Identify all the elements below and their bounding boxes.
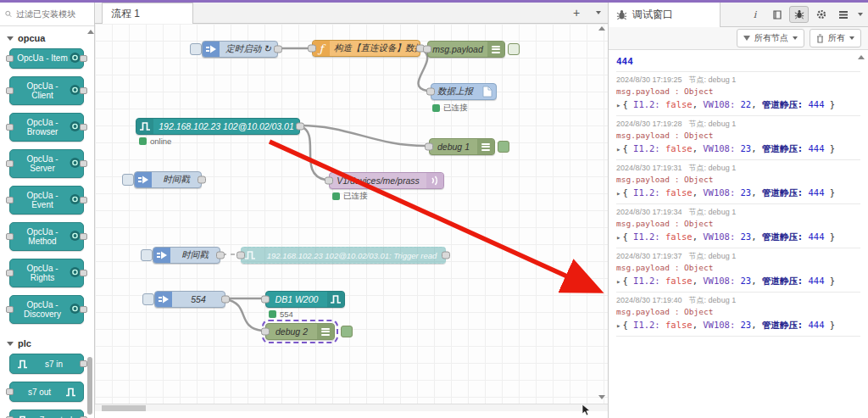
palette-node-opcua-rights[interactable]: OpcUa - Rights — [9, 259, 84, 287]
node-data-report[interactable]: 数据上报 — [431, 83, 497, 100]
scroll-up-icon[interactable] — [87, 30, 94, 34]
debug-message-payload[interactable]: ▸{ I1.2: false, VW108: 23, 管道静压: 444 } — [616, 319, 860, 332]
tab-debug-window[interactable]: 调试窗口 — [609, 3, 721, 27]
output-port[interactable] — [274, 46, 282, 53]
debug-scroll-up-icon[interactable] — [858, 55, 865, 59]
debug-tab-button[interactable] — [789, 6, 809, 23]
sidebar-more-chevron-icon[interactable] — [858, 13, 863, 16]
debug-message-payload[interactable]: ▸{ I1.2: false, VW108: 23, 管道静压: 444 } — [616, 187, 860, 200]
node-debug-2[interactable]: debug 2 — [265, 323, 335, 340]
inject-button[interactable] — [142, 293, 154, 305]
input-port[interactable] — [261, 296, 270, 304]
palette-node-opcua-event[interactable]: OpcUa - Event — [9, 186, 84, 215]
node-inject-timestamp-1[interactable]: 时间戳 — [134, 171, 202, 188]
config-nodes-tab-button[interactable] — [811, 6, 831, 23]
input-port[interactable] — [308, 45, 316, 53]
input-port[interactable] — [425, 143, 433, 151]
palette-section-opcua[interactable]: opcua — [0, 26, 94, 48]
palette-node-s7-control[interactable]: s7 control — [9, 410, 84, 418]
palette-node-label: s7 control — [31, 415, 76, 418]
palette-search-input[interactable] — [16, 9, 89, 19]
debug-message[interactable]: 2024/8/30 17:19:34节点: debug 1 msg.payloa… — [616, 204, 860, 248]
debug-message-payload[interactable]: ▸{ I1.2: false, VW108: 23, 管道静压: 444 } — [616, 275, 860, 288]
tab-flow-1[interactable]: 流程 1 — [102, 3, 193, 24]
palette-node-opcua-discovery[interactable]: OpcUa - Discovery — [9, 295, 84, 324]
palette-node-label: OpcUa - Server — [26, 154, 58, 173]
palette-node-opcua-server[interactable]: OpcUa - Server — [9, 149, 84, 178]
node-inject-timer[interactable]: 定时启动 ↻ — [202, 41, 278, 58]
output-port[interactable] — [221, 296, 230, 304]
node-port — [6, 270, 14, 276]
input-port[interactable] — [236, 252, 245, 259]
palette-section-plc[interactable]: plc — [0, 332, 94, 354]
flow-canvas[interactable]: 定时启动 ↻ ƒ 构造【直连设备】数据 msg.payload 数据上报 — [95, 24, 608, 411]
pulse-icon — [17, 359, 28, 369]
node-port — [80, 306, 87, 313]
broadcast-waves-icon — [426, 173, 443, 188]
debug-message[interactable]: 2024/8/30 17:19:37节点: debug 1 msg.payloa… — [616, 248, 860, 293]
input-port[interactable] — [423, 46, 431, 53]
node-s7-write-db1[interactable]: DB1 W200 — [265, 291, 345, 308]
debug-toggle-button[interactable] — [341, 326, 353, 337]
palette-node-opcua-client[interactable]: OpcUa - Client — [9, 76, 84, 105]
debug-message[interactable]: 2024/8/30 17:19:25节点: debug 1 msg.payloa… — [616, 72, 860, 116]
help-tab-button[interactable] — [767, 6, 787, 23]
palette-node-label: OpcUa - Method — [26, 227, 58, 246]
debug-message-payload[interactable]: ▸{ I1.2: false, VW108: 23, 管道静压: 444 } — [616, 231, 860, 244]
output-port[interactable] — [198, 176, 206, 184]
input-port[interactable] — [426, 88, 435, 96]
node-port — [80, 55, 87, 62]
debug-message-payload[interactable]: ▸{ I1.2: false, VW108: 23, 管道静压: 444 } — [616, 142, 860, 156]
context-data-tab-button[interactable] — [833, 6, 853, 23]
debug-toggle-button[interactable] — [498, 141, 509, 153]
palette-node-opcua-browser[interactable]: OpcUa - Browser — [9, 113, 84, 142]
output-port[interactable] — [442, 252, 450, 259]
info-tab-button[interactable]: i — [745, 6, 765, 23]
output-port[interactable] — [216, 252, 225, 259]
status-dot-icon — [432, 104, 440, 112]
node-debug-msg-payload[interactable]: msg.payload — [427, 41, 505, 58]
add-flow-button[interactable]: + — [569, 5, 584, 20]
debug-message[interactable]: 2024/8/30 17:19:40节点: debug 1 msg.payloa… — [616, 293, 860, 337]
filter-nodes-button[interactable]: 所有节点 — [737, 29, 804, 47]
debug-message-payload[interactable]: ▸{ I1.2: false, VW108: 22, 管道静压: 444 } — [616, 98, 860, 112]
inject-icon — [135, 172, 152, 187]
input-port[interactable] — [261, 328, 270, 336]
inject-button[interactable] — [190, 43, 202, 55]
palette-search[interactable] — [0, 3, 94, 26]
inject-button[interactable] — [122, 174, 134, 186]
debug-message[interactable]: 2024/8/30 17:19:31节点: debug 1 msg.payloa… — [616, 160, 860, 204]
chevron-down-icon — [793, 36, 798, 40]
node-label: 构造【直连设备】数据 — [330, 42, 420, 54]
node-label: V1/devices/me/prass — [330, 176, 426, 186]
debug-message-list[interactable]: 444 2024/8/30 17:19:25节点: debug 1 msg.pa… — [609, 50, 868, 406]
debug-toggle-button[interactable] — [508, 43, 520, 55]
palette-scrollbar-thumb[interactable] — [87, 357, 92, 415]
node-s7-trigger-read-ghost[interactable]: 192.168.102.23 102@10.02/03.01: Trigger … — [241, 247, 446, 264]
node-mqtt-out[interactable]: V1/devices/me/prass — [329, 172, 444, 189]
palette-node-label: OpcUa - Item — [17, 53, 67, 63]
debug-message[interactable]: 2024/8/30 17:19:28节点: debug 1 msg.payloa… — [616, 116, 860, 160]
output-port[interactable] — [296, 123, 304, 131]
node-inject-timestamp-2[interactable]: 时间戳 — [153, 247, 220, 264]
palette-node-s7-in[interactable]: s7 in — [9, 354, 84, 374]
node-inject-554[interactable]: 554 — [154, 291, 225, 308]
palette-scrollbar[interactable] — [87, 28, 93, 418]
node-label: 定时启动 ↻ — [220, 43, 277, 55]
node-port — [80, 270, 87, 276]
inject-icon — [153, 248, 170, 263]
palette-section-label: plc — [18, 338, 31, 348]
node-debug-1[interactable]: debug 1 — [429, 138, 495, 155]
palette-node-opcua-item[interactable]: OpcUa - Item — [9, 48, 84, 69]
inject-button[interactable] — [141, 249, 153, 261]
node-function-build-data[interactable]: ƒ 构造【直连设备】数据 — [312, 40, 420, 57]
flow-list-chevron-icon[interactable] — [596, 11, 601, 14]
input-port[interactable] — [325, 177, 333, 185]
pulse-icon — [327, 292, 344, 307]
node-s7-read[interactable]: 192.168.102.23 102@10.02/03.01 — [136, 118, 300, 135]
palette-node-opcua-method[interactable]: OpcUa - Method — [9, 222, 84, 251]
node-label: debug 1 — [430, 142, 477, 152]
palette-node-s7-out[interactable]: s7 out — [9, 382, 84, 402]
wires-layer — [95, 24, 608, 411]
clear-all-button[interactable]: 所有 — [810, 29, 861, 47]
